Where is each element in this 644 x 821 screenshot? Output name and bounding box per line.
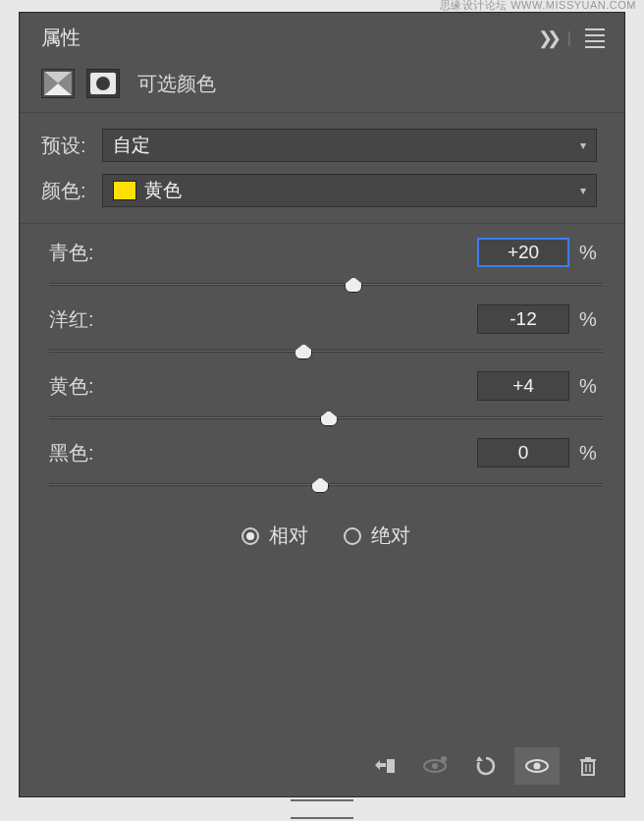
visibility-button[interactable] bbox=[514, 747, 560, 785]
yellow-input[interactable] bbox=[477, 371, 569, 401]
panel-footer bbox=[20, 747, 624, 785]
svg-marker-8 bbox=[476, 756, 483, 761]
svg-rect-4 bbox=[387, 759, 395, 773]
color-row: 颜色: 黄色 ▾ bbox=[41, 174, 597, 207]
percent-symbol: % bbox=[579, 442, 603, 465]
magenta-row: 洋红: % bbox=[49, 304, 603, 334]
radio-icon bbox=[242, 527, 259, 545]
color-value: 黄色 bbox=[144, 178, 182, 203]
yellow-slider[interactable] bbox=[49, 409, 603, 428]
cyan-label: 青色: bbox=[49, 240, 94, 266]
mode-relative[interactable]: 相对 bbox=[242, 522, 308, 549]
chevron-down-icon: ▾ bbox=[580, 184, 586, 197]
yellow-label: 黄色: bbox=[49, 373, 94, 400]
controls-section: 预设: 自定 ▾ 颜色: 黄色 ▾ bbox=[20, 113, 624, 224]
slider-thumb[interactable] bbox=[311, 477, 329, 493]
mode-absolute-label: 绝对 bbox=[371, 522, 410, 549]
panel-menu-icon[interactable] bbox=[583, 27, 607, 50]
magenta-label: 洋红: bbox=[49, 306, 94, 333]
mode-absolute[interactable]: 绝对 bbox=[344, 522, 410, 549]
separator: | bbox=[567, 29, 571, 47]
slider-thumb[interactable] bbox=[320, 410, 338, 426]
svg-rect-11 bbox=[582, 761, 594, 775]
slider-thumb[interactable] bbox=[295, 344, 312, 359]
black-input[interactable] bbox=[477, 438, 569, 467]
selective-color-icon[interactable] bbox=[41, 69, 75, 98]
percent-symbol: % bbox=[579, 375, 603, 398]
header-actions: ❯❯ | bbox=[538, 27, 607, 50]
black-slider[interactable] bbox=[49, 475, 603, 495]
mode-radio-group: 相对 绝对 bbox=[49, 499, 603, 559]
clip-to-layer-button[interactable] bbox=[361, 747, 406, 785]
preset-value: 自定 bbox=[113, 133, 150, 158]
adjustment-header: 可选颜色 bbox=[20, 59, 624, 113]
color-swatch bbox=[113, 181, 136, 200]
reset-button[interactable] bbox=[463, 747, 509, 785]
color-label: 颜色: bbox=[41, 178, 102, 204]
properties-panel: 属性 ❯❯ | 可选颜色 预设: 自定 ▾ 颜色: 黄色 ▾ bbox=[19, 12, 625, 797]
panel-header: 属性 ❯❯ | bbox=[20, 13, 624, 59]
panel-title: 属性 bbox=[41, 25, 80, 51]
preset-select[interactable]: 自定 ▾ bbox=[102, 129, 597, 162]
preset-label: 预设: bbox=[41, 133, 102, 159]
view-previous-button[interactable] bbox=[412, 747, 457, 785]
radio-icon bbox=[344, 527, 361, 545]
percent-symbol: % bbox=[579, 242, 603, 264]
magenta-slider[interactable] bbox=[49, 342, 603, 361]
magenta-input[interactable] bbox=[477, 304, 569, 334]
svg-point-6 bbox=[432, 763, 438, 769]
color-select[interactable]: 黄色 ▾ bbox=[102, 174, 597, 207]
cyan-input[interactable] bbox=[477, 238, 569, 267]
black-label: 黑色: bbox=[49, 440, 94, 466]
yellow-row: 黄色: % bbox=[49, 371, 603, 401]
sliders-section: 青色: % 洋红: % 黄色: % bbox=[20, 224, 624, 569]
cyan-row: 青色: % bbox=[49, 238, 603, 267]
chevron-down-icon: ▾ bbox=[580, 138, 586, 152]
mode-relative-label: 相对 bbox=[269, 522, 308, 549]
percent-symbol: % bbox=[579, 308, 603, 331]
resize-grip[interactable] bbox=[291, 789, 353, 794]
slider-thumb[interactable] bbox=[345, 277, 362, 293]
adjustment-name: 可选颜色 bbox=[137, 71, 216, 97]
delete-button[interactable] bbox=[565, 747, 611, 785]
collapse-icon[interactable]: ❯❯ bbox=[538, 27, 556, 49]
cyan-slider[interactable] bbox=[49, 275, 603, 295]
svg-point-10 bbox=[534, 763, 541, 770]
black-row: 黑色: % bbox=[49, 438, 603, 467]
svg-point-7 bbox=[441, 756, 447, 762]
preset-row: 预设: 自定 ▾ bbox=[41, 129, 597, 162]
mask-icon[interactable] bbox=[86, 69, 120, 98]
